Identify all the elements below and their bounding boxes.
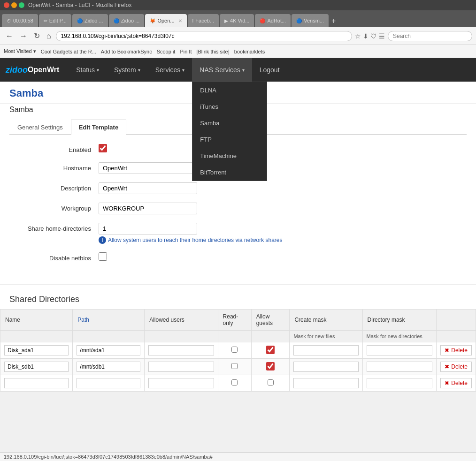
- tab-icon-8: 🔵: [296, 18, 302, 23]
- max-btn[interactable]: [19, 2, 24, 8]
- bookmark-star-icon[interactable]: ☆: [355, 32, 361, 40]
- bookmark-cool-gadgets[interactable]: Cool Gadgets at the R...: [41, 49, 96, 54]
- bookmark-add-bookmarksync[interactable]: Add to BookmarkSync: [101, 49, 152, 54]
- tab-6[interactable]: ▶ 4K Vid...: [220, 14, 254, 27]
- dropdown-ftp[interactable]: FTP: [192, 131, 267, 148]
- tab-icon-5: f: [192, 18, 194, 23]
- form-row-description: Description: [14, 182, 462, 194]
- tab-4[interactable]: 🦊 Open... ✕: [145, 14, 186, 27]
- nav-services[interactable]: Services ▾: [148, 58, 192, 82]
- netbios-checkbox[interactable]: [99, 252, 107, 261]
- nav-logout[interactable]: Logout: [252, 58, 287, 82]
- subhead-create-mask: Mask for new files: [290, 331, 362, 342]
- dropdown-dlna[interactable]: DLNA: [192, 82, 267, 98]
- workgroup-input[interactable]: [99, 203, 197, 214]
- search-input[interactable]: [388, 31, 472, 41]
- bookmark-most-visited[interactable]: Most Visited ▾: [4, 48, 36, 54]
- tab-7[interactable]: 🔴 AdRot...: [255, 14, 291, 27]
- window-controls: [4, 2, 24, 8]
- nav-status[interactable]: Status ▾: [69, 58, 107, 82]
- url-input[interactable]: [56, 31, 352, 41]
- home-button[interactable]: ⌂: [45, 31, 53, 41]
- tab-general-settings[interactable]: General Settings: [9, 120, 71, 135]
- tab-3[interactable]: 🔵 Zidoo ...: [109, 14, 145, 27]
- row3-guests-check[interactable]: [268, 379, 274, 385]
- row3-users-input[interactable]: [148, 378, 214, 388]
- row2-actions-cell: ✖ Delete: [437, 359, 476, 375]
- row2-dirmask-input[interactable]: [367, 362, 433, 372]
- nav-status-arrow: ▾: [97, 68, 99, 73]
- dropdown-bittorrent[interactable]: BitTorrent: [192, 164, 267, 181]
- row3-path-input[interactable]: [77, 378, 140, 388]
- tab-icon-1: ✏: [44, 18, 47, 23]
- tab-0[interactable]: ⏱ 00:00:58: [2, 14, 38, 27]
- back-button[interactable]: ←: [4, 31, 15, 41]
- row1-guests-check[interactable]: [266, 346, 275, 354]
- dropdown-itunes[interactable]: iTunes: [192, 98, 267, 115]
- nav-menu: Status ▾ System ▾ Services ▾ NAS Service…: [69, 58, 470, 82]
- row1-dirmask-input[interactable]: [367, 345, 433, 355]
- subhead-readonly: [218, 331, 251, 342]
- row1-path-input[interactable]: [77, 345, 140, 355]
- table-row: ✖ Delete: [0, 359, 476, 375]
- hostname-input[interactable]: [99, 162, 197, 174]
- nav-system[interactable]: System ▾: [107, 58, 148, 82]
- row3-dirmask-cell: [362, 375, 437, 392]
- menu-icon[interactable]: ☰: [379, 32, 385, 40]
- close-btn[interactable]: [4, 2, 9, 8]
- reload-button[interactable]: ↻: [32, 30, 42, 41]
- bookmark-scoop[interactable]: Scoop it: [157, 49, 176, 54]
- col-path[interactable]: Path: [73, 310, 145, 331]
- bookmark-bookmarklets[interactable]: bookmarklets: [234, 49, 265, 54]
- row1-path-cell: [73, 342, 145, 359]
- share-home-input[interactable]: [99, 223, 197, 234]
- tab-1[interactable]: ✏ Edit P...: [39, 14, 71, 27]
- row2-users-input[interactable]: [148, 362, 214, 372]
- nav-nas-services-label: NAS Services: [200, 66, 240, 74]
- tab-8[interactable]: 🔵 Vensm...: [292, 14, 329, 27]
- tab-label-3: Zidoo ...: [121, 18, 140, 23]
- min-btn[interactable]: [11, 2, 17, 8]
- row2-path-input[interactable]: [77, 362, 140, 372]
- browser-titlebar: OpenWrt - Samba - LuCI - Mozilla Firefox: [0, 0, 476, 10]
- row1-readonly-check[interactable]: [231, 347, 238, 353]
- row3-createmask-input[interactable]: [293, 378, 358, 388]
- row2-name-input[interactable]: [4, 362, 69, 372]
- row2-readonly-check[interactable]: [231, 363, 238, 369]
- nav-nas-services[interactable]: NAS Services ▾ DLNA iTunes Samba FTP Tim…: [192, 58, 252, 82]
- enabled-checkbox[interactable]: [99, 144, 107, 152]
- row3-name-input[interactable]: [4, 378, 69, 388]
- tab-5[interactable]: f Faceb...: [188, 14, 219, 27]
- row1-createmask-input[interactable]: [293, 345, 358, 355]
- row2-delete-button[interactable]: ✖ Delete: [440, 362, 472, 372]
- row1-users-input[interactable]: [148, 345, 214, 355]
- forward-button[interactable]: →: [18, 31, 29, 41]
- tab-2[interactable]: 🔵 Zidoo ...: [72, 14, 108, 27]
- row3-dirmask-input[interactable]: [367, 378, 433, 388]
- row3-delete-button[interactable]: ✖ Delete: [440, 378, 472, 388]
- dropdown-samba[interactable]: Samba: [192, 115, 267, 131]
- tab-icon-2: 🔵: [77, 18, 83, 23]
- row3-readonly-check[interactable]: [231, 379, 238, 385]
- row3-name-cell: [0, 375, 73, 392]
- bookmark-pin[interactable]: Pin It: [180, 49, 192, 54]
- col-directory-mask: Directory mask: [362, 310, 437, 331]
- table-row: ✖ Delete: [0, 375, 476, 392]
- row2-createmask-input[interactable]: [293, 362, 358, 372]
- row1-users-cell: [145, 342, 218, 359]
- subhead-name: [0, 331, 73, 342]
- tab-bar: ⏱ 00:00:58 ✏ Edit P... 🔵 Zidoo ... 🔵 Zid…: [0, 10, 476, 27]
- shared-directories-title: Shared Directories: [0, 284, 476, 309]
- tab-close-4[interactable]: ✕: [178, 18, 182, 23]
- row2-guests-check[interactable]: [266, 362, 275, 370]
- tab-label-4: Open...: [157, 18, 174, 23]
- description-input[interactable]: [99, 182, 197, 194]
- bookmark-blink[interactable]: [Blink this site]: [196, 49, 229, 54]
- logo-zidoo: zidoo: [6, 65, 28, 75]
- new-tab-button[interactable]: +: [330, 15, 338, 27]
- row1-delete-button[interactable]: ✖ Delete: [440, 345, 472, 355]
- dropdown-timemachine[interactable]: TimeMachine: [192, 148, 267, 164]
- download-icon[interactable]: ⬇: [363, 32, 369, 40]
- tab-edit-template[interactable]: Edit Template: [71, 120, 126, 135]
- row1-name-input[interactable]: [4, 345, 69, 355]
